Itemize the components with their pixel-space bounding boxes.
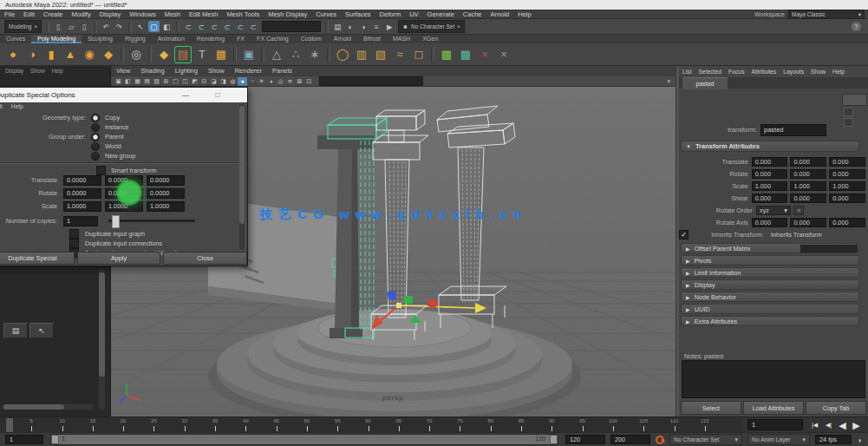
rotate-field-2[interactable]: 0.000 bbox=[829, 169, 865, 179]
lock-camera-icon[interactable]: ◧ bbox=[123, 77, 133, 86]
menu-mesh-tools[interactable]: Mesh Tools bbox=[222, 10, 264, 19]
speech-bubble-icon[interactable]: ◗ bbox=[855, 435, 865, 445]
radio-new-group[interactable] bbox=[91, 152, 100, 161]
dialog-scrollbar[interactable] bbox=[239, 104, 245, 250]
presets-button[interactable] bbox=[844, 108, 853, 116]
torus-ring-icon[interactable]: ◯ bbox=[334, 46, 351, 63]
menu-uv[interactable]: UV bbox=[405, 10, 422, 19]
snap-view-icon[interactable]: ⊂ bbox=[235, 21, 246, 32]
viewport-menu-shading[interactable]: Shading bbox=[135, 66, 170, 76]
poly-cube-icon[interactable]: ◑ bbox=[23, 46, 41, 63]
isolate-select-icon[interactable]: ⊡ bbox=[304, 77, 314, 86]
menu-edit[interactable]: Edit bbox=[19, 10, 39, 19]
duplicate-special-button[interactable]: Duplicate Special bbox=[0, 252, 75, 265]
range-bar[interactable]: 1 120 bbox=[50, 434, 558, 445]
current-frame-field[interactable]: 1 bbox=[747, 419, 803, 430]
save-scene-icon[interactable]: ▯ bbox=[79, 21, 90, 32]
outliner-vscrollbar[interactable] bbox=[99, 269, 105, 410]
multisample-icon[interactable]: ⊠ bbox=[295, 77, 304, 86]
node-tab[interactable]: pasted bbox=[682, 77, 728, 89]
lattice-icon[interactable]: ◻ bbox=[410, 46, 427, 63]
safe-title-icon[interactable]: ◨ bbox=[219, 77, 228, 86]
duplicate-input-connections-checkbox[interactable] bbox=[69, 239, 79, 248]
platonic-solid-icon[interactable]: ◆ bbox=[155, 46, 173, 63]
go-to-start-button[interactable]: |◀ bbox=[808, 419, 821, 431]
scale-field-2[interactable]: 1.0000 bbox=[147, 201, 185, 212]
rotate-order-dropdown[interactable]: xyz▾ bbox=[756, 206, 791, 215]
textured-icon[interactable]: ◔ bbox=[247, 77, 257, 86]
translate-field-2[interactable]: 0.000 bbox=[829, 157, 865, 167]
scale-field-0[interactable]: 1.0000 bbox=[63, 201, 101, 212]
time-ruler[interactable]: 5101520253035404550556065707580859095100… bbox=[0, 417, 742, 433]
new-scene-icon[interactable]: ▯ bbox=[53, 21, 64, 32]
shelf-tab-fx[interactable]: FX bbox=[231, 35, 251, 43]
outliner-hscrollbar[interactable] bbox=[2, 404, 94, 410]
copies-slider[interactable] bbox=[108, 220, 195, 222]
shaded-icon[interactable]: ● bbox=[238, 77, 247, 86]
ae-menu-show[interactable]: Show bbox=[807, 69, 829, 75]
maximize-button[interactable]: □ bbox=[206, 88, 229, 102]
shelf-cubes-icon[interactable]: ▥ bbox=[353, 46, 370, 63]
menu-curves[interactable]: Curves bbox=[311, 10, 341, 19]
viewport-menu-renderer[interactable]: Renderer bbox=[230, 66, 267, 76]
menu-file[interactable]: File bbox=[0, 10, 19, 19]
menu-surfaces[interactable]: Surfaces bbox=[341, 10, 375, 19]
character-set-dropdown[interactable]: No Character Set ▾ bbox=[669, 434, 742, 445]
undo-icon[interactable]: ↶ bbox=[101, 21, 112, 32]
resolution-gate-icon[interactable]: ◫ bbox=[180, 77, 190, 86]
curve-shape-icon[interactable]: ≈ bbox=[391, 46, 408, 63]
shelf-tab-custom[interactable]: Custom bbox=[295, 35, 328, 43]
poly-torus-icon[interactable]: ◉ bbox=[81, 46, 98, 63]
open-scene-icon[interactable]: ▱ bbox=[66, 21, 77, 32]
select-component-icon[interactable]: ◧ bbox=[161, 21, 173, 32]
step-back-button[interactable]: ◀| bbox=[822, 419, 835, 431]
menu-set-dropdown[interactable]: Modeling▾ bbox=[4, 20, 42, 33]
select-button[interactable]: Select bbox=[681, 401, 741, 415]
close-button[interactable]: × bbox=[238, 88, 261, 102]
workspace-dropdown[interactable]: Maya Classic ▾ bbox=[788, 10, 865, 19]
shelf-tab-rigging[interactable]: Rigging bbox=[119, 35, 152, 43]
snap-projected-icon[interactable]: ⊂ bbox=[222, 21, 233, 32]
shelf-tab-fx-caching[interactable]: FX Caching bbox=[251, 35, 295, 43]
ae-menu-attributes[interactable]: Attributes bbox=[748, 69, 780, 75]
rotate-field-2[interactable]: 0.0000 bbox=[147, 188, 185, 199]
rotate-field-1[interactable]: 0.000 bbox=[790, 169, 826, 179]
help-badge[interactable]: ? bbox=[852, 22, 861, 31]
anim-start-field[interactable]: 1 bbox=[5, 435, 43, 444]
bookmark-icon[interactable]: ▤ bbox=[142, 77, 152, 86]
particles-icon[interactable]: ∴ bbox=[287, 46, 304, 63]
menu-windows[interactable]: Windows bbox=[125, 10, 160, 19]
auto-key-icon[interactable] bbox=[655, 435, 665, 445]
outliner-menu-help[interactable]: Help bbox=[49, 67, 66, 75]
delete-icon[interactable]: × bbox=[476, 46, 493, 63]
construction-history-icon[interactable]: ▤ bbox=[332, 21, 343, 32]
viewport-menu-view[interactable]: View bbox=[111, 66, 135, 76]
ipr-render-icon[interactable]: ◑ bbox=[358, 21, 369, 32]
menu-deform[interactable]: Deform bbox=[375, 10, 406, 19]
inherits-transform-checkbox[interactable]: ✓ bbox=[679, 230, 689, 239]
freeze-icon[interactable]: × bbox=[495, 46, 512, 63]
green-cubes-icon[interactable]: ▩ bbox=[438, 46, 455, 63]
scale-field-1[interactable]: 1.000 bbox=[790, 181, 826, 191]
rotate-axis-field-0[interactable]: 0.000 bbox=[752, 218, 788, 227]
shelf-tab-mash[interactable]: MASH bbox=[387, 35, 416, 43]
bookshelf-icon[interactable]: ▤ bbox=[174, 46, 192, 63]
radio-copy[interactable] bbox=[91, 114, 100, 122]
section-display[interactable]: ▶Display bbox=[681, 279, 859, 290]
shear-field-0[interactable]: 0.000 bbox=[752, 193, 788, 203]
make-live-icon[interactable]: ⊂ bbox=[248, 21, 259, 32]
poly-plane-icon[interactable]: ◆ bbox=[100, 46, 117, 63]
shear-field-2[interactable]: 0.000 bbox=[829, 193, 865, 203]
viewport-status-field[interactable] bbox=[319, 76, 423, 86]
transform-attributes-section[interactable]: ▼ Transform Attributes bbox=[681, 141, 859, 152]
render-settings-icon[interactable]: ≡ bbox=[371, 21, 382, 32]
rotate-axis-field-1[interactable]: 0.000 bbox=[790, 218, 826, 227]
ae-menu-selected[interactable]: Selected bbox=[695, 69, 725, 75]
current-frame-marker[interactable] bbox=[6, 418, 13, 432]
rotate-axis-field-2[interactable]: 0.000 bbox=[829, 218, 865, 227]
translate-field-0[interactable]: 0.000 bbox=[752, 157, 788, 167]
fps-field[interactable]: 24 fps bbox=[815, 435, 852, 444]
viewport-menu-lighting[interactable]: Lighting bbox=[170, 66, 203, 76]
menu-create[interactable]: Create bbox=[39, 10, 68, 19]
menu-arnold[interactable]: Arnold bbox=[486, 10, 514, 19]
